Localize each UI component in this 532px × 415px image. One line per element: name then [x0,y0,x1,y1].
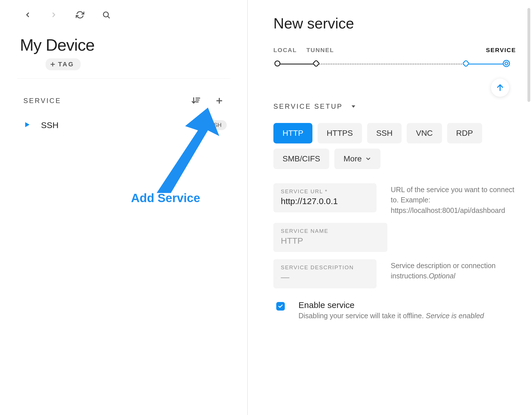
flow-label-tunnel: TUNNEL [306,47,334,54]
sort-icon[interactable] [191,96,201,106]
search-icon[interactable] [100,9,112,21]
add-tag-label: TAG [58,61,74,68]
svg-point-16 [505,62,508,65]
service-name: SSH [41,120,195,130]
service-setup-toggle[interactable]: SERVICE SETUP [273,102,516,110]
enable-service-title: Enable service [298,300,484,310]
service-url-label: SERVICE URL * [281,188,369,195]
service-desc-field[interactable]: SERVICE DESCRIPTION [273,259,377,288]
chevron-down-icon [350,103,357,110]
service-badge: SSH [205,120,227,130]
device-panel: My Device TAG SERVICE SSH [0,0,248,415]
service-desc-input[interactable] [281,272,369,282]
device-toolbar [17,9,230,21]
svg-marker-18 [351,105,355,108]
connection-flow: LOCAL TUNNEL SERVICE [273,47,516,68]
enable-service-checkbox[interactable] [276,302,285,311]
service-section-label: SERVICE [23,97,61,105]
flow-node-tunnel-icon [313,60,319,68]
svg-point-12 [275,61,280,66]
service-name-input[interactable] [281,236,380,246]
page-title: New service [273,15,516,32]
protocol-chip-smb[interactable]: SMB/CIFS [273,149,329,169]
add-service-icon[interactable] [214,96,224,106]
flow-node-mid-icon [463,60,469,68]
device-title: My Device [17,35,230,54]
flow-node-service-icon [503,60,510,68]
refresh-icon[interactable] [74,9,86,21]
protocol-chip-vnc[interactable]: VNC [407,123,442,143]
annotation-label: Add Service [131,191,200,205]
service-url-help: URL of the service you want to connect t… [391,183,516,215]
flow-label-local: LOCAL [273,47,297,54]
collapse-button[interactable] [491,79,509,97]
service-url-field[interactable]: SERVICE URL * [273,183,377,212]
svg-marker-10 [25,122,30,127]
protocol-chip-rdp[interactable]: RDP [447,123,482,143]
add-tag-button[interactable]: TAG [46,58,81,70]
scrollbar[interactable] [527,8,530,381]
divider [17,78,230,79]
back-icon[interactable] [21,9,34,21]
check-icon [278,304,283,309]
service-name-label: SERVICE NAME [281,228,380,234]
service-url-input[interactable] [281,196,369,206]
protocol-chip-http[interactable]: HTTP [273,123,312,143]
enable-service-subtitle: Disabling your service will take it offl… [298,312,484,320]
service-desc-label: SERVICE DESCRIPTION [281,264,369,271]
svg-line-1 [108,16,109,18]
service-setup-label: SERVICE SETUP [273,102,343,110]
service-name-field[interactable]: SERVICE NAME [273,223,387,252]
play-icon [23,121,31,130]
protocol-chip-more-label: More [343,154,362,163]
chevron-down-icon [365,156,371,162]
protocol-chip-more[interactable]: More [334,149,380,169]
svg-rect-14 [463,60,469,67]
flow-label-service: SERVICE [486,47,516,54]
protocol-chip-ssh[interactable]: SSH [367,123,402,143]
protocol-chips: HTTP HTTPS SSH VNC RDP SMB/CIFS More [273,123,516,169]
service-desc-help: Service description or connection instru… [391,259,516,281]
svg-rect-13 [313,60,319,67]
service-row[interactable]: SSH SSH [17,120,230,130]
forward-icon [48,9,60,21]
flow-node-local-icon [274,60,281,68]
service-form-panel: New service LOCAL TUNNEL SERVICE [248,0,532,415]
protocol-chip-https[interactable]: HTTPS [318,123,362,143]
